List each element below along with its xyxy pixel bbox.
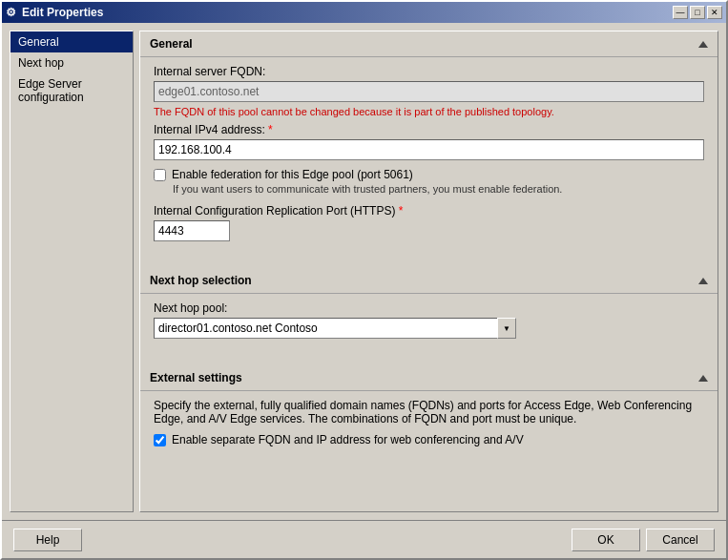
general-section: General Internal server FQDN: The FQDN o… — [140, 31, 718, 249]
config-port-label: Internal Configuration Replication Port … — [154, 204, 704, 218]
ipv4-required: * — [268, 123, 273, 136]
separate-fqdn-label: Enable separate FQDN and IP address for … — [172, 433, 524, 446]
edit-properties-window: ⚙ Edit Properties — □ ✕ General Next hop… — [0, 0, 728, 560]
close-button[interactable]: ✕ — [707, 6, 722, 19]
separate-fqdn-row: Enable separate FQDN and IP address for … — [154, 433, 704, 446]
title-bar-text: ⚙ Edit Properties — [6, 6, 103, 19]
general-section-content: Internal server FQDN: The FQDN of this p… — [140, 57, 718, 249]
fqdn-label: Internal server FQDN: — [154, 65, 704, 78]
next-hop-collapse-icon[interactable] — [698, 278, 708, 284]
general-collapse-icon[interactable] — [698, 41, 708, 48]
spacer2 — [140, 346, 718, 365]
help-button[interactable]: Help — [13, 529, 82, 551]
next-hop-section-content: Next hop pool: director01.contoso.net Co… — [140, 294, 718, 346]
federation-label: Enable federation for this Edge pool (po… — [172, 168, 413, 181]
pool-label: Next hop pool: — [154, 301, 704, 315]
external-section-header: External settings — [140, 365, 718, 391]
main-panel: General Internal server FQDN: The FQDN o… — [139, 31, 718, 512]
fqdn-error-text: The FQDN of this pool cannot be changed … — [154, 106, 704, 117]
cancel-button[interactable]: Cancel — [646, 529, 715, 551]
pool-select-wrapper: director01.contoso.net Contoso ▼ — [154, 318, 516, 339]
sidebar-item-edge-server[interactable]: Edge Serverconfiguration — [10, 73, 133, 108]
title-bar-controls: — □ ✕ — [673, 6, 722, 19]
federation-checkbox[interactable] — [154, 169, 166, 181]
external-collapse-icon[interactable] — [698, 375, 708, 382]
separate-fqdn-checkbox[interactable] — [154, 434, 166, 446]
config-port-required: * — [399, 204, 404, 218]
maximize-button[interactable]: □ — [690, 6, 705, 19]
main-content: General Next hop Edge Serverconfiguratio… — [2, 23, 726, 520]
next-hop-section-header: Next hop selection — [140, 268, 718, 294]
next-hop-section-title: Next hop selection — [150, 274, 252, 287]
ipv4-input[interactable] — [154, 139, 704, 160]
window-title: Edit Properties — [22, 6, 103, 19]
bottom-bar: Help OK Cancel — [2, 520, 726, 558]
spacer1 — [140, 249, 718, 268]
external-desc: Specify the external, fully qualified do… — [154, 399, 704, 425]
pool-select[interactable]: director01.contoso.net Contoso — [154, 318, 516, 339]
sidebar-item-next-hop[interactable]: Next hop — [10, 52, 133, 73]
next-hop-section: Next hop selection Next hop pool: direct… — [140, 268, 718, 346]
minimize-button[interactable]: — — [673, 6, 688, 19]
federation-desc: If you want users to communicate with tr… — [173, 183, 704, 195]
ok-button[interactable]: OK — [572, 529, 640, 551]
sidebar: General Next hop Edge Serverconfiguratio… — [10, 31, 134, 512]
general-section-title: General — [150, 37, 193, 51]
external-section: External settings Specify the external, … — [140, 365, 718, 456]
general-section-header: General — [140, 31, 718, 57]
federation-checkbox-row: Enable federation for this Edge pool (po… — [154, 168, 704, 181]
window-icon: ⚙ — [6, 6, 16, 19]
ipv4-label: Internal IPv4 address: * — [154, 123, 704, 136]
config-port-input[interactable] — [154, 220, 230, 241]
ok-cancel-group: OK Cancel — [572, 529, 715, 551]
scroll-content[interactable]: General Internal server FQDN: The FQDN o… — [140, 31, 718, 511]
external-section-title: External settings — [150, 371, 242, 384]
sidebar-item-general[interactable]: General — [10, 31, 133, 52]
title-bar: ⚙ Edit Properties — □ ✕ — [2, 2, 726, 23]
external-section-content: Specify the external, fully qualified do… — [140, 391, 718, 456]
fqdn-input[interactable] — [154, 81, 704, 102]
